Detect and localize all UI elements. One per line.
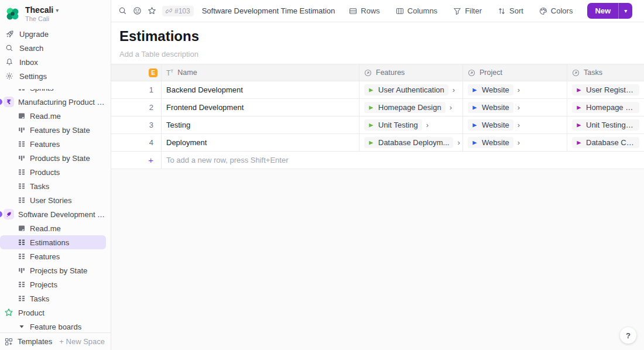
linked-record-chip[interactable]: Unit Testing for Log bbox=[572, 119, 639, 131]
chip-label: User Authentication bbox=[378, 85, 444, 94]
cell-name[interactable]: Testing bbox=[162, 116, 359, 134]
linked-record-chip[interactable]: User Registration bbox=[572, 84, 639, 95]
add-row-button[interactable]: + bbox=[111, 152, 162, 169]
sidebar-item-readme[interactable]: Read.me bbox=[0, 109, 111, 123]
expand-chevron-icon[interactable]: › bbox=[518, 85, 520, 94]
templates-button[interactable]: Templates bbox=[5, 337, 52, 346]
document-icon bbox=[18, 224, 26, 232]
new-record-dropdown-button[interactable]: ▾ bbox=[619, 3, 632, 19]
sidebar-item-upgrade[interactable]: Upgrade bbox=[0, 27, 111, 41]
row-number[interactable]: 4 bbox=[111, 134, 162, 152]
sidebar-item-search[interactable]: Search bbox=[0, 41, 111, 55]
table-description-placeholder[interactable]: Add a Table description bbox=[119, 50, 636, 59]
sidebar-item-projects-by-state[interactable]: Projects by State bbox=[0, 263, 111, 277]
column-header-name[interactable]: TT Name bbox=[162, 64, 359, 81]
record-id-chip[interactable]: #103 bbox=[162, 6, 194, 16]
sidebar-item-user-stories[interactable]: User Stories bbox=[0, 193, 111, 207]
rows-button[interactable]: Rows bbox=[347, 6, 382, 15]
columns-button[interactable]: Columns bbox=[393, 6, 440, 15]
linked-record-chip[interactable]: Website bbox=[468, 137, 513, 148]
expand-chevron-icon[interactable]: › bbox=[426, 121, 429, 129]
cell-project[interactable]: Website › bbox=[463, 99, 567, 116]
cell-project[interactable]: Website › bbox=[463, 134, 567, 152]
row-number[interactable]: 3 bbox=[111, 116, 162, 134]
sidebar-item-readme-2[interactable]: Read.me bbox=[0, 221, 111, 235]
header-row-number-column[interactable]: E bbox=[111, 64, 162, 81]
cell-features[interactable]: Homepage Design › bbox=[359, 99, 463, 116]
row-number[interactable]: 1 bbox=[111, 81, 162, 99]
cell-project[interactable]: Website › bbox=[463, 116, 567, 134]
add-row-hint[interactable]: To add a new row, press Shift+Enter bbox=[162, 152, 644, 169]
sidebar-item-products[interactable]: Products bbox=[0, 165, 111, 179]
linked-record-chip[interactable]: Website bbox=[468, 102, 513, 113]
cell-tasks[interactable]: User Registration bbox=[567, 81, 644, 99]
table-grid-icon bbox=[18, 89, 26, 92]
expand-chevron-icon[interactable]: › bbox=[450, 103, 452, 112]
cell-name[interactable]: Frontend Development bbox=[162, 99, 359, 116]
star-icon[interactable] bbox=[148, 6, 156, 15]
sidebar-base-product[interactable]: Product bbox=[0, 306, 111, 320]
new-record-button[interactable]: New bbox=[587, 3, 618, 19]
cell-text: Testing bbox=[166, 121, 190, 129]
linked-record-chip[interactable]: Database Deploym... bbox=[364, 137, 453, 148]
column-header-label: Name bbox=[177, 68, 197, 77]
filter-button[interactable]: Filter bbox=[451, 6, 484, 15]
expand-chevron-icon[interactable]: › bbox=[518, 138, 520, 147]
chip-label: Database Deploym... bbox=[378, 138, 449, 147]
sort-button[interactable]: Sort bbox=[495, 6, 526, 15]
sidebar-item-projects[interactable]: Projects bbox=[0, 277, 111, 291]
cell-name[interactable]: Deployment bbox=[162, 134, 359, 152]
sidebar-item-sprints[interactable]: Sprints bbox=[0, 89, 111, 95]
expand-chevron-icon[interactable]: › bbox=[518, 103, 520, 112]
sidebar-base-software-development[interactable]: Software Development Ti... bbox=[0, 207, 111, 221]
sidebar-item-label: Features by State bbox=[30, 126, 106, 135]
sidebar-item-settings[interactable]: Settings bbox=[0, 69, 111, 83]
sidebar-base-manufacturing[interactable]: ₹ Manufacturing Product B... bbox=[0, 95, 111, 109]
linked-record-chip[interactable]: User Authentication bbox=[364, 84, 448, 95]
expand-chevron-icon[interactable]: › bbox=[453, 85, 455, 94]
sidebar-item-inbox[interactable]: Inbox bbox=[0, 55, 111, 69]
expand-chevron-icon[interactable]: › bbox=[518, 121, 520, 129]
linked-record-chip[interactable]: Homepage Wirefra bbox=[572, 102, 639, 113]
sidebar-item-features[interactable]: Features bbox=[0, 137, 111, 151]
column-header-tasks[interactable]: Tasks bbox=[567, 64, 644, 81]
chip-label: Database Configur bbox=[586, 138, 635, 147]
cell-features[interactable]: Database Deploym... › bbox=[359, 134, 463, 152]
sidebar-item-label: Projects bbox=[30, 280, 106, 289]
linked-record-chip[interactable]: Unit Testing bbox=[364, 119, 422, 131]
feature-flag-icon bbox=[368, 104, 374, 111]
linked-record-chip[interactable]: Database Configur bbox=[572, 137, 639, 148]
cell-tasks[interactable]: Homepage Wirefra bbox=[567, 99, 644, 116]
linked-record-chip[interactable]: Website bbox=[468, 119, 513, 131]
sidebar-item-tasks[interactable]: Tasks bbox=[0, 179, 111, 193]
cell-tasks[interactable]: Database Configur bbox=[567, 134, 644, 152]
sidebar-item-products-by-state[interactable]: Products by State bbox=[0, 151, 111, 165]
cell-features[interactable]: Unit Testing › bbox=[359, 116, 463, 134]
table-title[interactable]: Estimations bbox=[119, 28, 636, 44]
cell-project[interactable]: Website › bbox=[463, 81, 567, 99]
sidebar-item-estimations[interactable]: Estimations bbox=[0, 235, 106, 249]
chip-label: Homepage Design bbox=[378, 103, 441, 112]
linked-record-chip[interactable]: Homepage Design bbox=[364, 102, 446, 113]
cell-name[interactable]: Backend Development bbox=[162, 81, 359, 99]
help-button[interactable]: ? bbox=[620, 327, 636, 344]
new-space-button[interactable]: + New Space bbox=[59, 337, 105, 346]
search-icon[interactable] bbox=[118, 6, 127, 15]
sidebar-item-feature-boards[interactable]: Feature boards bbox=[0, 320, 111, 332]
colors-button[interactable]: Colors bbox=[537, 6, 576, 15]
task-flag-icon bbox=[576, 139, 582, 146]
row-number[interactable]: 2 bbox=[111, 99, 162, 116]
sidebar-item-features-by-state[interactable]: Features by State bbox=[0, 123, 111, 137]
rows-label: Rows bbox=[361, 6, 380, 15]
sidebar-item-features-2[interactable]: Features bbox=[0, 249, 111, 263]
project-flag-icon bbox=[472, 87, 478, 93]
linked-record-chip[interactable]: Website bbox=[468, 84, 513, 95]
sidebar-item-tasks-2[interactable]: Tasks bbox=[0, 291, 111, 306]
cell-tasks[interactable]: Unit Testing for Log bbox=[567, 116, 644, 134]
expand-chevron-icon[interactable]: › bbox=[457, 138, 460, 147]
column-header-features[interactable]: Features bbox=[359, 64, 463, 81]
workspace-switcher[interactable]: Thecali ▾ The Cali bbox=[0, 0, 111, 26]
column-header-project[interactable]: Project bbox=[463, 64, 567, 81]
emoji-icon[interactable] bbox=[133, 6, 142, 15]
cell-features[interactable]: User Authentication › bbox=[359, 81, 463, 99]
